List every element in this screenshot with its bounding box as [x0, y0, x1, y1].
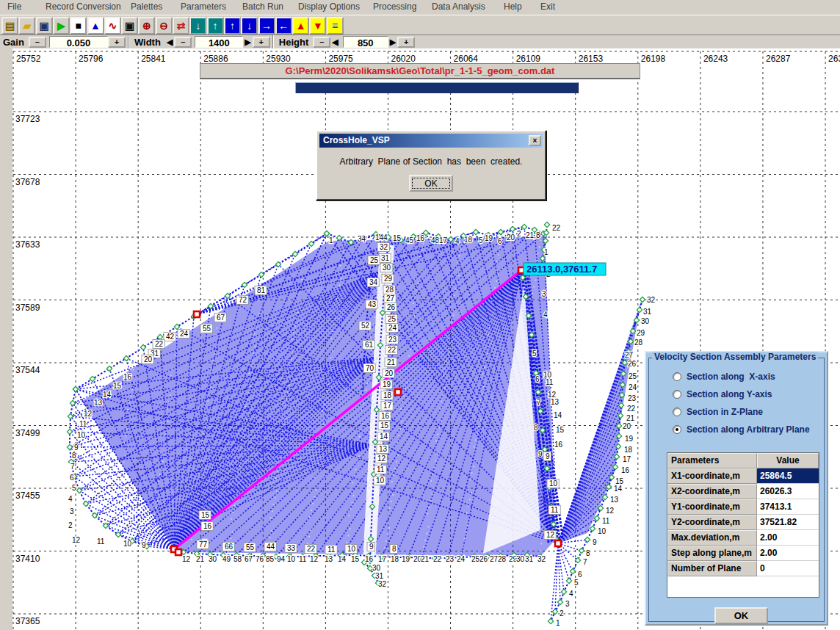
speckle: [439, 408, 441, 409]
speckle: [166, 427, 167, 429]
param-value-cell[interactable]: 37413.1: [757, 499, 819, 515]
param-value-cell[interactable]: 2.00: [757, 546, 819, 561]
speckle: [225, 275, 226, 276]
menu-item-exit[interactable]: Exit: [540, 1, 555, 12]
speckle: [483, 386, 485, 388]
radio-option-1[interactable]: Section along X-axis: [673, 372, 775, 382]
speckle: [444, 387, 446, 388]
zoom-out-icon[interactable]: ⊖: [156, 17, 173, 35]
width-value-field[interactable]: 1400: [195, 36, 243, 48]
radio-option-2[interactable]: Section along Y-axis: [673, 389, 772, 399]
point-label: 2: [68, 521, 73, 529]
speckle: [248, 392, 250, 394]
speckle: [292, 338, 293, 340]
panel-ok-button[interactable]: OK: [714, 607, 768, 624]
menu-item-processing[interactable]: Processing: [373, 1, 416, 12]
menu-item-palettes[interactable]: Palettes: [131, 1, 162, 12]
gain-value-field[interactable]: 0.050: [49, 36, 108, 48]
param-value-cell[interactable]: 2.00: [757, 530, 819, 546]
param-value-cell[interactable]: 26026.3: [757, 484, 819, 499]
width-increase-button[interactable]: +: [253, 37, 270, 48]
height-increase-button[interactable]: +: [397, 37, 415, 48]
point-label: 21: [387, 358, 396, 366]
left-arrow-blue-icon[interactable]: ←: [275, 17, 292, 35]
speckle: [155, 526, 156, 528]
speckle: [291, 358, 292, 360]
new-file-icon[interactable]: ▤: [1, 17, 18, 35]
dialog-title-bar[interactable]: CrossHole_VSP ×: [319, 134, 543, 148]
speckle: [401, 421, 402, 423]
speckle: [297, 299, 298, 300]
triangle-up-icon[interactable]: ▲: [292, 17, 309, 35]
speckle: [198, 473, 200, 474]
speckle: [464, 538, 466, 540]
gain-increase-button[interactable]: +: [108, 37, 126, 48]
palette-icon[interactable]: ≡: [327, 17, 344, 35]
section-point-marker: [395, 389, 401, 395]
speckle: [115, 515, 116, 516]
param-value-cell[interactable]: 25864.5: [757, 468, 819, 484]
stop-icon[interactable]: ■: [70, 17, 87, 35]
radio-button-icon[interactable]: [673, 408, 681, 416]
close-icon[interactable]: ×: [529, 135, 541, 146]
width-left-arrow-icon[interactable]: ◀: [167, 37, 173, 47]
histogram-icon[interactable]: ▲: [87, 17, 104, 35]
param-value-cell[interactable]: 37521.82: [757, 515, 819, 530]
zoom-in-icon[interactable]: ⊕: [138, 17, 155, 35]
save-icon[interactable]: ▣: [121, 17, 138, 35]
speckle: [391, 501, 392, 502]
radio-button-icon[interactable]: [673, 390, 681, 399]
radio-button-icon[interactable]: [673, 425, 681, 434]
menu-item-help[interactable]: Help: [504, 1, 522, 12]
up-arrow-teal-icon[interactable]: ↑: [207, 17, 224, 35]
triangle-down-icon[interactable]: ▼: [309, 17, 326, 35]
speckle: [392, 494, 394, 496]
speckle: [583, 529, 584, 530]
up-arrow-blue-icon[interactable]: ↑: [224, 17, 241, 35]
height-left-arrow-icon[interactable]: ◀: [332, 37, 338, 47]
down-arrow-blue-icon[interactable]: ↓: [241, 17, 258, 35]
speckle: [400, 408, 402, 410]
point-label: 22: [388, 346, 397, 354]
menu-item-data-analysis[interactable]: Data Analysis: [432, 1, 485, 12]
height-decrease-button[interactable]: –: [313, 37, 330, 48]
point-label: 14: [614, 485, 623, 493]
param-value-cell[interactable]: 0: [757, 561, 819, 576]
speckle: [488, 347, 490, 348]
gain-decrease-button[interactable]: –: [29, 37, 46, 48]
speckle: [158, 481, 159, 482]
open-folder-icon[interactable]: ▰: [18, 17, 35, 35]
dialog-ok-button[interactable]: OK: [409, 175, 453, 192]
speckle: [195, 506, 196, 507]
height-value-field[interactable]: 850: [343, 36, 388, 48]
width-right-arrow-icon[interactable]: ▶: [245, 37, 250, 47]
menu-item-display-options[interactable]: Display Options: [298, 1, 360, 12]
radio-button-icon[interactable]: [673, 372, 681, 381]
speckle: [200, 466, 201, 468]
point-label: 21: [421, 555, 430, 563]
speckle: [159, 474, 161, 475]
radio-option-4[interactable]: Section along Arbitrary Plane: [673, 424, 810, 435]
speckle: [588, 489, 590, 490]
point-label: 15: [113, 382, 122, 390]
speckle: [454, 295, 455, 297]
menu-item-record-conversion[interactable]: Record Conversion: [46, 1, 121, 12]
right-arrow-blue-icon[interactable]: →: [258, 17, 275, 35]
run-icon[interactable]: ▶: [53, 17, 70, 35]
point-label: 13: [94, 399, 103, 407]
menu-item-parameters[interactable]: Parameters: [181, 1, 226, 12]
speckle: [405, 388, 406, 390]
point-label: 58: [233, 555, 242, 563]
width-decrease-button[interactable]: –: [174, 37, 192, 48]
height-right-arrow-icon[interactable]: ▶: [390, 37, 396, 47]
swap-arrows-icon[interactable]: ⇄: [173, 17, 189, 35]
menu-item-batch-run[interactable]: Batch Run: [242, 1, 283, 12]
down-arrow-teal-icon[interactable]: ↓: [189, 17, 206, 35]
waveform-icon[interactable]: ∿: [104, 17, 121, 35]
speckle: [277, 471, 278, 472]
radio-option-3[interactable]: Section in Z-Plane: [673, 407, 763, 417]
save-export-icon[interactable]: ▣: [36, 17, 53, 35]
speckle: [175, 355, 176, 356]
speckle: [254, 333, 256, 335]
menu-item-file[interactable]: File: [7, 1, 21, 12]
